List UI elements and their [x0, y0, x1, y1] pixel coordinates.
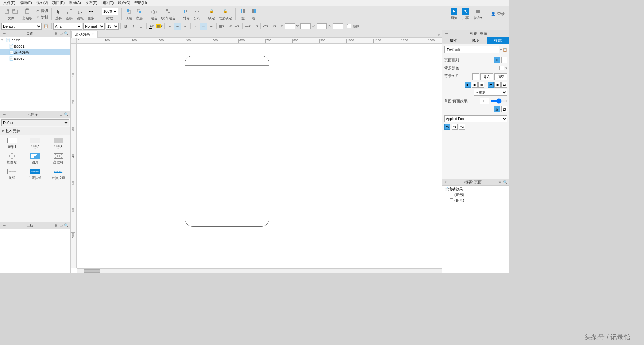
- collapse-masters-icon[interactable]: ⇤: [1, 223, 7, 228]
- lib-search-icon[interactable]: 🔍: [64, 112, 69, 117]
- apply-style-icon[interactable]: 📋: [43, 23, 50, 30]
- y-input[interactable]: [300, 23, 311, 29]
- add-master-icon[interactable]: ⊕: [53, 223, 58, 228]
- widget-rect2[interactable]: 矩形2: [25, 137, 45, 150]
- import-bg-button[interactable]: 导入: [480, 73, 493, 80]
- open-file-button[interactable]: [11, 8, 19, 15]
- sketch-mode2-icon[interactable]: 🖼: [501, 106, 507, 112]
- halign-right-icon[interactable]: ◨: [478, 82, 484, 88]
- outline-root[interactable]: 📄滚动效果: [442, 186, 509, 192]
- folder-view-icon[interactable]: ▭: [58, 31, 64, 36]
- menu-arrange[interactable]: 布局(A): [67, 0, 83, 6]
- master-folder-icon[interactable]: ▭: [58, 223, 64, 228]
- phone-frame[interactable]: [185, 56, 269, 227]
- connect-tool[interactable]: [66, 8, 73, 15]
- library-category[interactable]: ▾基本元件: [0, 127, 70, 135]
- panel-left-button[interactable]: [239, 8, 247, 15]
- ungroup-button[interactable]: [164, 8, 172, 15]
- canvas[interactable]: 0100200300400500600700800900100011001200…: [71, 38, 442, 273]
- repeat-select[interactable]: 不重复: [474, 89, 507, 96]
- arrange-center-icon[interactable]: ▯: [501, 57, 507, 63]
- sketch-slider[interactable]: [490, 98, 507, 104]
- pen-tool[interactable]: [76, 8, 84, 15]
- scroll-thumb[interactable]: [84, 269, 100, 273]
- valign-bot-button[interactable]: ⫟: [208, 23, 215, 30]
- valign-mid-icon[interactable]: ▣: [494, 82, 501, 88]
- menu-team[interactable]: 团队(T): [99, 0, 116, 6]
- size-0-button[interactable]: +0: [444, 124, 450, 130]
- clear-bg-button[interactable]: 清空: [494, 73, 507, 80]
- paste-button[interactable]: [24, 8, 31, 15]
- copy-button[interactable]: ⎘复制: [35, 14, 48, 20]
- tree-page3[interactable]: 📄page3: [0, 55, 70, 61]
- valign-mid-button[interactable]: ━: [200, 23, 207, 30]
- widget-primary-button[interactable]: BUTTON主要按钮: [25, 168, 45, 181]
- arrange-left-icon[interactable]: ▯: [494, 57, 500, 63]
- tab-properties[interactable]: 属性: [442, 37, 464, 44]
- widget-rect3[interactable]: 矩形3: [48, 137, 68, 150]
- add-page-icon[interactable]: ⊕: [53, 31, 58, 36]
- border-color-button[interactable]: ▭▾: [226, 23, 233, 30]
- h-input[interactable]: [333, 23, 343, 29]
- new-file-button[interactable]: [3, 8, 11, 15]
- bg-fill-button[interactable]: ▦▾: [218, 23, 225, 30]
- menu-project[interactable]: 项目(P): [50, 0, 67, 6]
- align-button[interactable]: [183, 8, 190, 15]
- menu-view[interactable]: 视图(V): [34, 0, 51, 6]
- widget-placeholder[interactable]: 占位符: [48, 153, 68, 165]
- outline-rect1[interactable]: (矩形): [442, 192, 509, 198]
- preview-button[interactable]: 预览: [449, 8, 459, 20]
- widget-ellipse[interactable]: 椭圆形: [2, 153, 22, 165]
- font-select[interactable]: Arial: [53, 23, 82, 30]
- tab-style[interactable]: 样式: [487, 37, 509, 44]
- style-name-field[interactable]: Default: [444, 46, 499, 53]
- tab-notes[interactable]: 说明: [464, 37, 487, 44]
- text-color-button[interactable]: A▾: [148, 23, 155, 30]
- collapse-insp-icon[interactable]: ⇤: [444, 31, 449, 36]
- align-center-button[interactable]: ≡: [174, 23, 181, 30]
- widget-rect1[interactable]: 矩形1: [2, 137, 22, 150]
- select-tool[interactable]: [55, 8, 62, 15]
- italic-button[interactable]: I: [130, 23, 137, 30]
- bullet-button[interactable]: •≡▾: [262, 23, 269, 30]
- size-select[interactable]: 13: [106, 23, 119, 30]
- font-select-applied[interactable]: Applied Font: [444, 115, 507, 122]
- share-button[interactable]: 共享: [460, 8, 471, 20]
- halign-center-icon[interactable]: ▣: [472, 82, 478, 88]
- tab-scroll-effect[interactable]: 滚动效果 ×: [71, 31, 98, 38]
- scrollbar-horizontal[interactable]: [77, 268, 442, 273]
- line-style-button[interactable]: —▾: [244, 23, 251, 30]
- border-width-button[interactable]: ═▾: [234, 23, 240, 30]
- publish-button[interactable]: 发布▾: [472, 8, 484, 20]
- tree-page1[interactable]: 📄page1: [0, 43, 70, 49]
- collapse-lib-icon[interactable]: ⇤: [1, 112, 7, 117]
- more-tool[interactable]: •••: [87, 8, 95, 15]
- outline-rect2[interactable]: (矩形): [442, 198, 509, 203]
- sketch-mode1-icon[interactable]: 🖼: [494, 106, 500, 112]
- lib-menu-icon[interactable]: ≡: [58, 112, 64, 117]
- w-input[interactable]: [317, 23, 327, 29]
- underline-button[interactable]: U: [138, 23, 144, 30]
- tabs-dropdown-icon[interactable]: ▾: [436, 33, 442, 37]
- outline-search-icon[interactable]: 🔍: [503, 180, 508, 185]
- fill-color-button[interactable]: ▦▾: [156, 23, 163, 30]
- collapse-icon[interactable]: ⇤: [1, 31, 7, 36]
- style-copy-icon[interactable]: 📋: [503, 48, 507, 52]
- size-1-button[interactable]: +1: [452, 124, 458, 130]
- group-button[interactable]: [150, 8, 158, 15]
- send-back-button[interactable]: [136, 8, 143, 15]
- indent-button[interactable]: ⇥▾: [270, 23, 277, 30]
- library-select[interactable]: Default: [1, 119, 69, 126]
- style-select[interactable]: Default: [1, 23, 42, 30]
- bring-front-button[interactable]: [125, 8, 132, 15]
- align-right-button[interactable]: ≡: [182, 23, 189, 30]
- widget-button[interactable]: BUTTON按钮: [2, 168, 22, 181]
- search-pages-icon[interactable]: 🔍: [64, 31, 69, 36]
- unlock-button[interactable]: 🔓: [222, 8, 229, 15]
- valign-top-icon[interactable]: ⬒: [488, 82, 494, 88]
- widget-link-button[interactable]: BUTTON链接按钮: [48, 168, 68, 181]
- arrow-button[interactable]: →▾: [252, 23, 259, 30]
- distribute-button[interactable]: [193, 8, 201, 15]
- tree-scroll-effect[interactable]: 📄滚动效果: [0, 49, 70, 55]
- valign-bot-icon[interactable]: ⬓: [501, 82, 507, 88]
